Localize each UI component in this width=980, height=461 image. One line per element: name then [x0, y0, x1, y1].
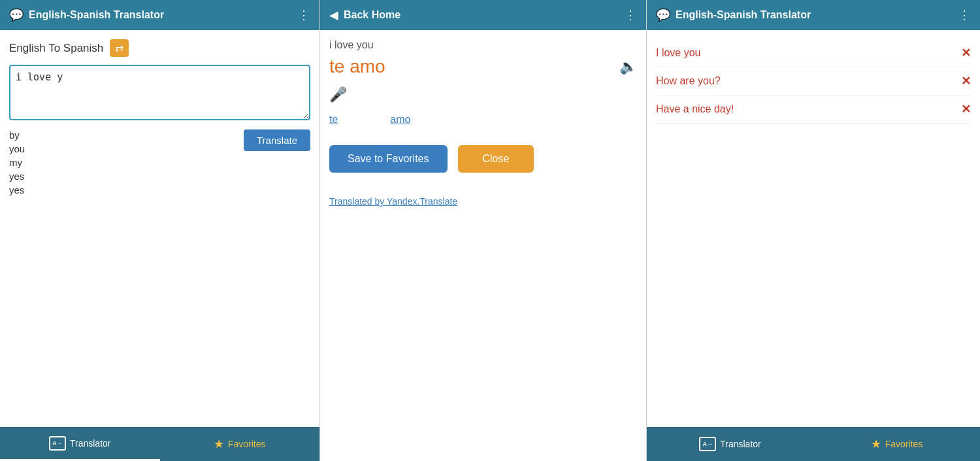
fav-item-1: I love you ✕ — [656, 39, 971, 67]
suggestion-yes2[interactable]: yes — [9, 184, 25, 196]
translate-row: by you my yes yes Translate — [9, 129, 310, 196]
favorites-list: I love you ✕ How are you? ✕ Have a nice … — [656, 39, 971, 124]
chat-icon: 💬 — [9, 8, 24, 22]
suggestions-list: by you my yes yes — [9, 129, 25, 196]
left-header: 💬 English-Spanish Translator ⋮ — [0, 0, 319, 30]
right-menu-icon[interactable]: ⋮ — [958, 8, 971, 22]
back-arrow-icon: ◀ — [329, 8, 338, 22]
left-tab-translator[interactable]: A→ Translator — [0, 427, 160, 461]
swap-button[interactable]: ⇄ — [110, 39, 129, 57]
lang-label: English To Spanish — [9, 42, 103, 55]
back-title: Back Home — [344, 9, 400, 21]
left-tab-favorites[interactable]: ★ Favorites — [160, 427, 320, 461]
middle-panel: ◀ Back Home ⋮ i love you te amo 🔈 🎤 te a… — [320, 0, 647, 461]
translate-button[interactable]: Translate — [244, 129, 310, 151]
left-tab-favorites-label: Favorites — [228, 439, 266, 449]
right-chat-icon: 💬 — [656, 8, 670, 22]
translated-word: te amo — [329, 56, 385, 77]
speaker-icon[interactable]: 🔈 — [619, 58, 637, 75]
lang-row: English To Spanish ⇄ — [9, 39, 310, 57]
back-home-button[interactable]: ◀ Back Home — [329, 8, 400, 22]
fav-delete-1[interactable]: ✕ — [961, 46, 971, 60]
left-panel: 💬 English-Spanish Translator ⋮ English T… — [0, 0, 320, 461]
fav-text-3: Have a nice day! — [656, 103, 734, 115]
right-translator-icon: A→ — [699, 437, 716, 451]
middle-body: i love you te amo 🔈 🎤 te amo Save to Fav… — [320, 30, 646, 461]
close-button[interactable]: Close — [458, 145, 534, 173]
right-tab-favorites[interactable]: ★ Favorites — [813, 427, 980, 461]
left-menu-icon[interactable]: ⋮ — [298, 8, 310, 22]
word-te[interactable]: te — [329, 114, 338, 126]
middle-menu-icon[interactable]: ⋮ — [625, 8, 637, 22]
middle-header: ◀ Back Home ⋮ — [320, 0, 646, 30]
suggestion-yes1[interactable]: yes — [9, 171, 25, 182]
right-footer: A→ Translator ★ Favorites — [647, 427, 980, 461]
right-tab-favorites-label: Favorites — [885, 439, 923, 449]
left-footer: A→ Translator ★ Favorites — [0, 427, 319, 461]
right-tab-translator[interactable]: A→ Translator — [647, 427, 813, 461]
left-header-title: English-Spanish Translator — [29, 9, 164, 21]
word-amo[interactable]: amo — [390, 114, 410, 126]
fav-text-1: I love you — [656, 47, 700, 59]
suggestion-my[interactable]: my — [9, 157, 25, 168]
right-star-icon: ★ — [871, 437, 881, 451]
fav-delete-2[interactable]: ✕ — [961, 74, 971, 88]
left-tab-translator-label: Translator — [70, 438, 111, 449]
fav-item-3: Have a nice day! ✕ — [656, 95, 971, 124]
right-tab-translator-label: Translator — [720, 439, 761, 449]
translated-text: te amo 🔈 — [329, 56, 637, 77]
yandex-link[interactable]: Translated by Yandex.Translate — [329, 196, 457, 207]
right-body: I love you ✕ How are you? ✕ Have a nice … — [647, 30, 980, 427]
fav-delete-3[interactable]: ✕ — [961, 102, 971, 116]
action-buttons: Save to Favorites Close — [329, 145, 637, 173]
right-header: 💬 English-Spanish Translator ⋮ — [647, 0, 980, 30]
mic-icon[interactable]: 🎤 — [329, 86, 637, 103]
suggestion-by[interactable]: by — [9, 129, 25, 141]
source-text: i love you — [329, 39, 637, 51]
right-panel: 💬 English-Spanish Translator ⋮ I love yo… — [647, 0, 980, 461]
fav-item-2: How are you? ✕ — [656, 67, 971, 95]
left-header-left: 💬 English-Spanish Translator — [9, 8, 164, 22]
fav-text-2: How are you? — [656, 75, 721, 87]
translator-icon: A→ — [49, 436, 66, 451]
word-row: te amo — [329, 114, 637, 126]
suggestion-you[interactable]: you — [9, 143, 25, 154]
star-icon: ★ — [214, 437, 224, 451]
right-header-left: 💬 English-Spanish Translator — [656, 8, 811, 22]
right-header-title: English-Spanish Translator — [676, 9, 811, 21]
input-textarea[interactable]: i love y — [9, 65, 310, 120]
left-body: English To Spanish ⇄ i love y by you my … — [0, 30, 319, 427]
save-favorites-button[interactable]: Save to Favorites — [329, 145, 448, 173]
